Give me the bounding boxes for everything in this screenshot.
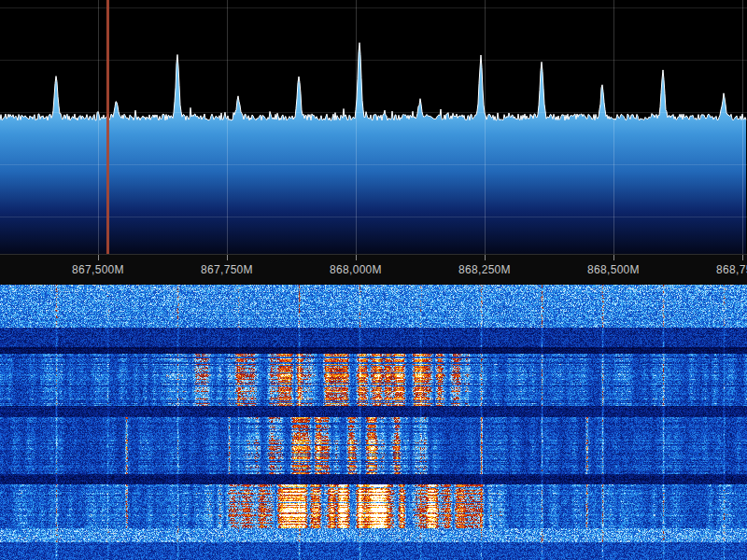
- freq-label: 868,250M: [458, 263, 511, 276]
- freq-tick: [227, 255, 228, 260]
- freq-label: 868,000M: [330, 263, 382, 276]
- freq-tick: [356, 255, 357, 260]
- waterfall-panel[interactable]: [0, 285, 747, 560]
- sdr-display: 867,500M867,750M868,000M868,250M868,500M…: [0, 0, 747, 560]
- spectrum-panel[interactable]: [0, 0, 747, 254]
- freq-tick: [98, 255, 99, 260]
- freq-label: 868,750M: [716, 263, 747, 276]
- spectrum-canvas[interactable]: [0, 0, 747, 254]
- freq-label: 867,500M: [72, 263, 124, 276]
- freq-tick: [485, 255, 486, 260]
- freq-tick: [613, 255, 614, 260]
- freq-label: 868,500M: [587, 263, 640, 276]
- freq-label: 867,750M: [201, 263, 253, 276]
- frequency-axis[interactable]: 867,500M867,750M868,000M868,250M868,500M…: [0, 254, 747, 285]
- waterfall-canvas[interactable]: [0, 285, 747, 560]
- freq-tick: [742, 255, 743, 260]
